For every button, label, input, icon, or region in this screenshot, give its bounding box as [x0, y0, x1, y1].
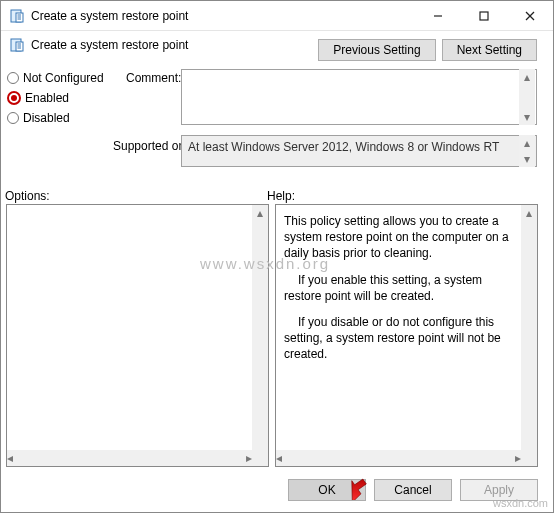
titlebar: Create a system restore point — [1, 1, 553, 31]
subheader-title: Create a system restore point — [31, 38, 188, 52]
apply-button[interactable]: Apply — [460, 479, 538, 501]
comment-textarea[interactable] — [181, 69, 537, 125]
radio-not-configured[interactable]: Not Configured — [7, 71, 104, 85]
maximize-button[interactable] — [461, 1, 507, 30]
scroll-down-icon: ▾ — [519, 109, 535, 125]
help-hscrollbar[interactable]: ◂ ▸ — [276, 450, 521, 466]
scroll-up-icon: ▴ — [521, 205, 537, 221]
radio-icon — [7, 72, 19, 84]
help-paragraph: If you disable or do not configure this … — [284, 314, 519, 363]
next-setting-button[interactable]: Next Setting — [442, 39, 537, 61]
ok-button[interactable]: OK — [288, 479, 366, 501]
previous-setting-button[interactable]: Previous Setting — [318, 39, 435, 61]
radio-label: Enabled — [25, 91, 69, 105]
help-panel: This policy setting allows you to create… — [275, 204, 538, 467]
supported-scrollbar[interactable]: ▴ ▾ — [519, 135, 535, 167]
options-panel: ▴ ▾ ◂ ▸ — [6, 204, 269, 467]
comment-scrollbar[interactable]: ▴ ▾ — [519, 69, 535, 125]
policy-icon — [9, 37, 25, 53]
options-vscrollbar[interactable]: ▴ ▾ — [252, 205, 268, 466]
scroll-corner — [521, 450, 537, 466]
close-button[interactable] — [507, 1, 553, 30]
comment-label: Comment: — [126, 71, 181, 85]
window-title: Create a system restore point — [31, 9, 415, 23]
options-hscrollbar[interactable]: ◂ ▸ — [7, 450, 252, 466]
help-paragraph: If you enable this setting, a system res… — [284, 272, 519, 304]
scroll-corner — [252, 450, 268, 466]
scroll-left-icon: ◂ — [7, 450, 13, 466]
radio-enabled[interactable]: Enabled — [7, 91, 104, 105]
radio-label: Disabled — [23, 111, 70, 125]
scroll-up-icon: ▴ — [519, 135, 535, 151]
radio-disabled[interactable]: Disabled — [7, 111, 104, 125]
scroll-up-icon: ▴ — [252, 205, 268, 221]
options-label: Options: — [5, 189, 267, 203]
help-label: Help: — [267, 189, 295, 203]
policy-icon — [9, 8, 25, 24]
scroll-left-icon: ◂ — [276, 450, 282, 466]
help-vscrollbar[interactable]: ▴ ▾ — [521, 205, 537, 466]
scroll-down-icon: ▾ — [519, 151, 535, 167]
minimize-button[interactable] — [415, 1, 461, 30]
supported-on-label: Supported on: — [113, 139, 188, 153]
radio-icon — [7, 112, 19, 124]
help-paragraph: This policy setting allows you to create… — [284, 213, 519, 262]
radio-label: Not Configured — [23, 71, 104, 85]
scroll-up-icon: ▴ — [519, 69, 535, 85]
svg-rect-6 — [480, 12, 488, 20]
cancel-button[interactable]: Cancel — [374, 479, 452, 501]
radio-icon — [7, 91, 21, 105]
supported-on-value: At least Windows Server 2012, Windows 8 … — [181, 135, 537, 167]
